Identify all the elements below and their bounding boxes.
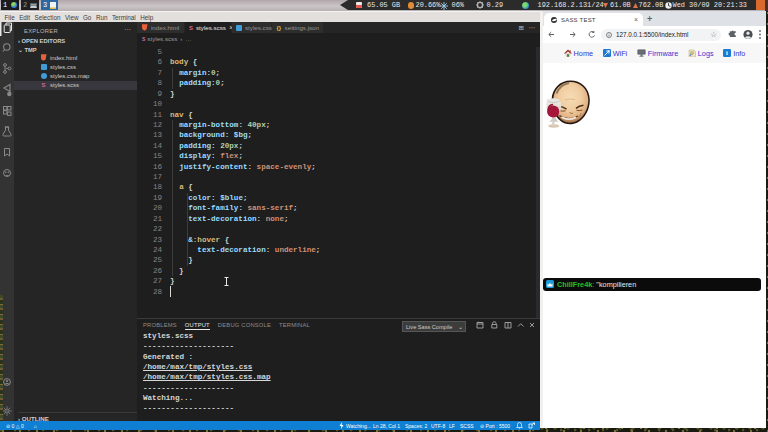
svg-text:i: i bbox=[726, 49, 728, 56]
